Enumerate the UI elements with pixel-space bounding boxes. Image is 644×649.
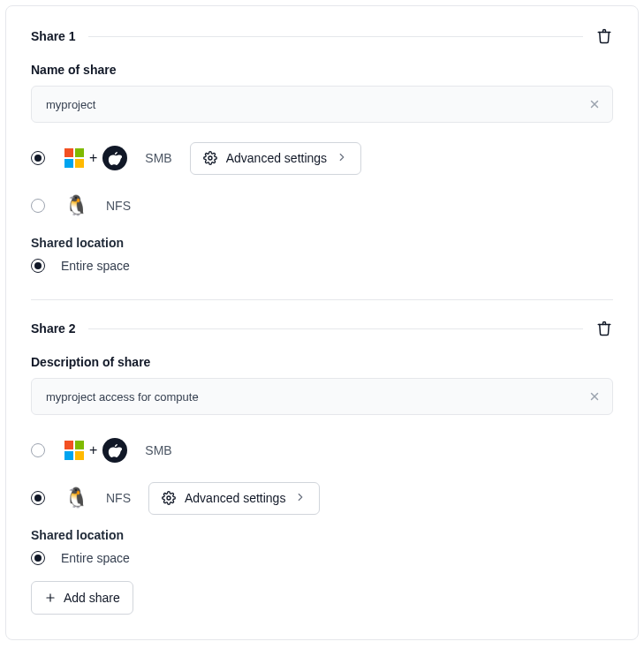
linux-icon: 🐧 xyxy=(64,488,88,508)
gear-icon xyxy=(162,491,176,505)
trash-icon xyxy=(596,321,612,336)
advanced-settings-button[interactable]: Advanced settings xyxy=(190,142,361,175)
share-divider xyxy=(31,299,613,300)
advanced-settings-button[interactable]: Advanced settings xyxy=(148,482,320,515)
trash-icon xyxy=(596,28,612,44)
location-option[interactable]: Entire space xyxy=(31,551,613,565)
apple-icon xyxy=(102,146,127,170)
smb-icons: + xyxy=(64,438,127,463)
close-icon xyxy=(588,98,601,110)
gear-icon xyxy=(203,151,217,165)
plus-icon: + xyxy=(89,150,97,166)
smb-label: SMB xyxy=(145,151,171,165)
apple-icon xyxy=(102,438,127,463)
nfs-icons: 🐧 xyxy=(64,196,88,215)
nfs-icons: 🐧 xyxy=(64,488,88,508)
plus-icon xyxy=(44,592,57,604)
share-block-1: Share 1 Name of share + xyxy=(31,27,613,273)
delete-share-button[interactable] xyxy=(595,320,613,337)
svg-point-2 xyxy=(208,156,212,160)
chevron-right-icon xyxy=(336,151,348,166)
windows-icon xyxy=(64,441,84,460)
advanced-settings-label: Advanced settings xyxy=(185,491,285,505)
location-label: Entire space xyxy=(61,551,130,565)
radio-nfs[interactable] xyxy=(31,491,45,505)
chevron-right-icon xyxy=(294,491,307,506)
plus-icon: + xyxy=(89,442,97,458)
radio-location[interactable] xyxy=(31,259,45,273)
protocol-option-smb[interactable]: + SMB xyxy=(31,433,613,468)
share-desc-input-wrap xyxy=(31,378,613,415)
delete-share-button[interactable] xyxy=(595,27,613,45)
clear-input-button[interactable] xyxy=(587,389,602,404)
field-label: Description of share xyxy=(31,355,613,369)
add-share-label: Add share xyxy=(64,591,120,605)
windows-icon xyxy=(64,148,84,168)
location-heading: Shared location xyxy=(31,236,613,250)
header-divider xyxy=(88,36,583,37)
protocol-option-smb[interactable]: + SMB Advanced settings xyxy=(31,140,613,176)
nfs-label: NFS xyxy=(106,491,131,505)
location-option[interactable]: Entire space xyxy=(31,259,613,273)
share-desc-input[interactable] xyxy=(31,378,613,415)
clear-input-button[interactable] xyxy=(587,96,602,112)
share-header: Share 2 xyxy=(31,320,613,337)
header-divider xyxy=(88,328,583,329)
radio-smb[interactable] xyxy=(31,443,45,457)
share-header: Share 1 xyxy=(31,27,613,45)
nfs-label: NFS xyxy=(106,199,131,213)
radio-location[interactable] xyxy=(31,551,45,565)
advanced-settings-label: Advanced settings xyxy=(226,151,327,165)
radio-smb[interactable] xyxy=(31,151,45,165)
linux-icon: 🐧 xyxy=(64,196,88,215)
location-label: Entire space xyxy=(61,259,130,273)
smb-icons: + xyxy=(64,146,127,170)
share-name-input-wrap xyxy=(31,86,613,123)
share-title: Share 1 xyxy=(31,29,76,43)
field-label: Name of share xyxy=(31,63,613,77)
smb-label: SMB xyxy=(145,443,171,457)
share-block-2: Share 2 Description of share + xyxy=(31,320,613,615)
shares-panel: Share 1 Name of share + xyxy=(5,5,639,640)
close-icon xyxy=(588,390,601,403)
location-heading: Shared location xyxy=(31,528,613,542)
share-title: Share 2 xyxy=(31,321,76,336)
protocol-option-nfs[interactable]: 🐧 NFS xyxy=(31,188,613,223)
svg-point-5 xyxy=(167,496,170,500)
radio-nfs[interactable] xyxy=(31,199,45,213)
add-share-button[interactable]: Add share xyxy=(31,581,133,615)
share-name-input[interactable] xyxy=(31,86,613,123)
protocol-option-nfs[interactable]: 🐧 NFS Advanced settings xyxy=(31,480,613,516)
